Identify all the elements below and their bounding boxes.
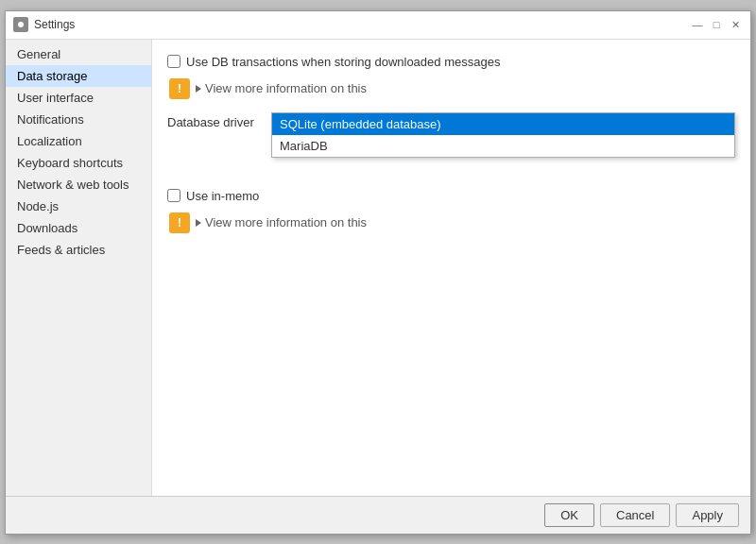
sidebar-item-user-interface[interactable]: User interface (6, 87, 151, 109)
expand-triangle-2 (196, 219, 201, 227)
sidebar: General Data storage User interface Noti… (6, 40, 152, 496)
db-driver-label: Database driver (167, 112, 262, 129)
sidebar-item-localization[interactable]: Localization (6, 130, 151, 152)
window-body: General Data storage User interface Noti… (6, 40, 750, 496)
window-controls: — □ ✕ (690, 17, 743, 32)
sidebar-item-network-web-tools[interactable]: Network & web tools (6, 174, 151, 196)
main-content: Use DB transactions when storing downloa… (152, 40, 750, 496)
sidebar-item-data-storage[interactable]: Data storage (6, 65, 151, 87)
sidebar-item-nodejs[interactable]: Node.js (6, 196, 151, 217)
sidebar-item-feeds-articles[interactable]: Feeds & articles (6, 239, 151, 261)
ok-button[interactable]: OK (544, 503, 594, 527)
info-link-1[interactable]: View more information on this (196, 81, 367, 95)
title-bar-left: Settings (13, 17, 75, 32)
minimize-button[interactable]: — (690, 17, 705, 32)
bottom-bar: OK Cancel Apply (6, 496, 750, 534)
title-bar: Settings — □ ✕ (6, 11, 750, 40)
info-link-2[interactable]: View more information on this (196, 215, 367, 230)
info-row-1: ! View more information on this (167, 78, 735, 99)
svg-point-0 (18, 22, 24, 27)
cancel-button[interactable]: Cancel (600, 503, 670, 527)
db-transactions-row: Use DB transactions when storing downloa… (167, 55, 735, 69)
sidebar-item-general[interactable]: General (6, 43, 151, 65)
info-icon-2: ! (169, 212, 190, 233)
in-memo-checkbox[interactable] (167, 189, 180, 202)
dropdown-list: SQLite (embedded database) MariaDB (271, 112, 735, 158)
info-row-2: ! View more information on this (167, 212, 735, 233)
dropdown-option-mariadb[interactable]: MariaDB (272, 135, 734, 157)
in-memo-row: Use in-memo (167, 189, 735, 203)
maximize-button[interactable]: □ (709, 17, 724, 32)
settings-window: Settings — □ ✕ General Data storage User… (5, 10, 751, 535)
window-title: Settings (34, 18, 75, 31)
sidebar-item-keyboard-shortcuts[interactable]: Keyboard shortcuts (6, 152, 151, 174)
db-driver-row: Database driver SQLite (embedded databas… (167, 112, 735, 132)
db-driver-dropdown-container: SQLite (embedded database) SQLite (embed… (271, 112, 735, 132)
db-transactions-checkbox[interactable] (167, 55, 180, 68)
db-transactions-label[interactable]: Use DB transactions when storing downloa… (167, 55, 500, 69)
dropdown-option-sqlite[interactable]: SQLite (embedded database) (272, 113, 734, 135)
in-memo-label[interactable]: Use in-memo (167, 189, 259, 203)
settings-icon (13, 17, 28, 32)
sidebar-item-notifications[interactable]: Notifications (6, 109, 151, 130)
close-button[interactable]: ✕ (728, 17, 743, 32)
info-icon-1: ! (169, 78, 190, 99)
sidebar-item-downloads[interactable]: Downloads (6, 217, 151, 239)
apply-button[interactable]: Apply (676, 503, 739, 527)
expand-triangle-1 (196, 85, 201, 93)
